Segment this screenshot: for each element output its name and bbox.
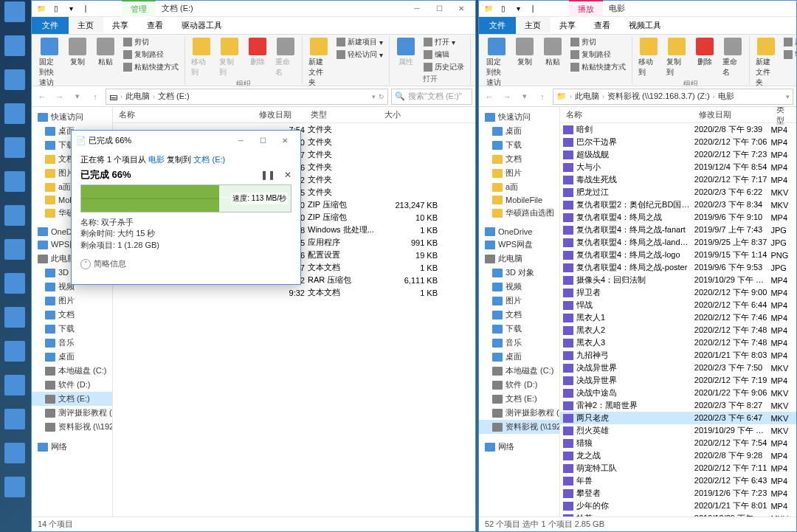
minimize-button[interactable]: ─	[230, 133, 252, 148]
tab-video-tools[interactable]: 视频工具	[620, 17, 671, 34]
file-row[interactable]: 复仇者联盟4：终局之战-poster2019/9/6 下午 9:53JPG	[560, 261, 796, 274]
close-button[interactable]: ✕	[274, 133, 296, 148]
paste-shortcut-button[interactable]: 粘贴快捷方式	[567, 61, 629, 73]
file-row[interactable]: 大与小2019/12/4 下午 8:54MP4	[560, 161, 796, 173]
col-name[interactable]: 名称	[113, 109, 253, 120]
desktop-icon[interactable]	[1, 137, 28, 170]
file-row[interactable]: 黑衣人12020/2/12 下午 7:46MP4	[560, 311, 796, 324]
file-row[interactable]: 决战异世界2020/2/12 下午 7:19MP4	[560, 374, 796, 387]
easy-access-button[interactable]: 轻松访问 ▾	[334, 49, 386, 61]
file-row[interactable]: 肥龙过江2020/2/3 下午 6:22MKV	[560, 186, 796, 198]
file-row[interactable]: 年兽2020/2/12 下午 6:43MP4	[560, 474, 796, 487]
desktop-icon[interactable]	[1, 273, 28, 305]
copy-button[interactable]: 复制	[511, 36, 538, 69]
qat-btn[interactable]: ▯	[497, 2, 510, 15]
nav-downloads2[interactable]: 下载	[479, 322, 559, 336]
tab-view[interactable]: 查看	[138, 17, 173, 34]
cancel-button[interactable]: ✕	[284, 170, 291, 180]
cut-button[interactable]: 剪切	[567, 36, 629, 48]
nav-quick-access[interactable]: 快速访问	[32, 110, 112, 124]
copy-dst-link[interactable]: 文档 (E:)	[193, 155, 225, 164]
recent-dropdown[interactable]: ▾	[70, 89, 85, 104]
copy-dialog-titlebar[interactable]: 📄 已完成 66% ─ ☐ ✕	[72, 131, 300, 150]
easy-access-button[interactable]: 轻松访问 ▾	[781, 49, 796, 61]
copy-button[interactable]: 复制	[64, 36, 91, 69]
pause-button[interactable]: ❚❚	[261, 170, 275, 180]
desktop-icon[interactable]	[1, 477, 28, 509]
col-name[interactable]: 名称	[560, 109, 693, 120]
back-button[interactable]: ←	[35, 89, 49, 104]
invert-selection-button[interactable]: 反向选择	[474, 61, 475, 73]
file-row[interactable]: 九招神弓2020/1/21 下午 8:03MP4	[560, 349, 796, 362]
nav-documents[interactable]: 文档	[479, 152, 559, 166]
desktop-icon[interactable]	[1, 171, 28, 204]
tab-home[interactable]: 主页	[69, 17, 103, 34]
col-type[interactable]: 类型	[305, 109, 379, 120]
nav-downloads[interactable]: 下载	[479, 138, 559, 152]
file-row[interactable]: 复仇者联盟4：终局之战-logo2019/9/15 下午 1:14PNG	[560, 249, 796, 261]
file-row[interactable]: 攀登者2019/12/6 下午 7:23MP4	[560, 487, 796, 500]
file-row[interactable]: 烈火英雄2019/10/29 下午 9:44MKV	[560, 424, 796, 437]
nav-photo-tutorial[interactable]: 测评摄影教程 (\\19	[479, 406, 559, 420]
nav-quick-access[interactable]: 快速访问	[479, 110, 559, 124]
desktop-icon[interactable]	[1, 103, 28, 136]
new-item-button[interactable]: 新建项目 ▾	[781, 36, 796, 48]
nav-network[interactable]: 网络	[479, 440, 559, 454]
delete-button[interactable]: 删除	[244, 36, 271, 69]
nav-network[interactable]: 网络	[32, 440, 112, 454]
forward-button[interactable]: →	[52, 89, 67, 104]
nav-photo-tutorial[interactable]: 测评摄影教程 (\\19	[32, 406, 112, 420]
tab-file[interactable]: 文件	[479, 17, 516, 34]
search-input[interactable]: 🔍搜索"文档 (E:)"	[391, 89, 472, 105]
file-row[interactable]: 巴尔干边界2020/2/12 下午 7:06MP4	[560, 136, 796, 148]
nav-downloads2[interactable]: 下载	[32, 322, 112, 336]
tab-view[interactable]: 查看	[585, 17, 620, 34]
new-item-button[interactable]: 新建项目 ▾	[334, 36, 386, 48]
desktop-icon[interactable]	[1, 239, 28, 272]
file-row[interactable]: 悍战2020/2/12 下午 6:44MP4	[560, 299, 796, 311]
nav-pictures[interactable]: 图片	[479, 166, 559, 180]
address-bar[interactable]: 📁› 此电脑› 资料影视 (\\192.168.3.7) (Z:)› 电影 ▾	[553, 89, 793, 105]
properties-button[interactable]: 属性	[393, 36, 419, 69]
nav-pictures2[interactable]: 图片	[32, 294, 112, 308]
nav-ddrive[interactable]: 软件 (D:)	[479, 378, 559, 392]
file-row[interactable]: 捍卫者2020/2/12 下午 9:00MP4	[560, 286, 796, 299]
pin-quick-access-button[interactable]: 固定到快速访问	[483, 36, 510, 86]
desktop-icon[interactable]	[1, 205, 28, 238]
desktop-icon[interactable]	[1, 341, 28, 373]
nav-mobilefile[interactable]: MobileFile	[479, 194, 559, 206]
moveto-button[interactable]: 移动到	[188, 36, 215, 79]
nav-cdrive[interactable]: 本地磁盘 (C:)	[479, 364, 559, 378]
file-row[interactable]: 萌宠特工队2020/2/12 下午 7:11MP4	[560, 462, 796, 474]
rename-button[interactable]: 重命名	[272, 36, 299, 79]
nav-ddrive[interactable]: 软件 (D:)	[32, 378, 112, 392]
file-row[interactable]: 决战中途岛2020/1/22 下午 9:06MKV	[560, 387, 796, 399]
paste-button[interactable]: 粘贴	[92, 36, 119, 69]
contextual-tab-manage[interactable]: 管理	[122, 0, 156, 17]
qat-btn[interactable]: ▯	[49, 2, 63, 15]
delete-button[interactable]: 删除	[691, 36, 718, 69]
copyto-button[interactable]: 复制到	[216, 36, 243, 79]
nav-thispc[interactable]: 此电脑	[479, 252, 559, 266]
file-row[interactable]: 复仇者联盟4：终局之战-fanart2019/9/7 上午 7:43JPG	[560, 224, 796, 236]
select-none-button[interactable]: 全部取消	[474, 49, 475, 61]
file-row[interactable]: 毒战生死线2020/2/12 下午 7:17MP4	[560, 173, 796, 186]
file-row[interactable]: 猎狼2020/2/12 下午 7:54MP4	[560, 437, 796, 449]
up-button[interactable]: ↑	[535, 89, 550, 104]
tab-drive-tools[interactable]: 驱动器工具	[173, 17, 232, 34]
file-row[interactable]: 复仇者联盟4：终局之战2019/9/6 下午 9:10MP4	[560, 211, 796, 224]
file-row[interactable]: 复仇者联盟2：奥创纪元BD国英双语双字...2020/2/3 下午 8:34MK…	[560, 198, 796, 211]
file-row[interactable]: 决战异世界2020/2/3 下午 7:50MKV	[560, 362, 796, 374]
file-row[interactable]: 超级战舰2020/2/12 下午 7:23MP4	[560, 148, 796, 161]
file-row[interactable]: 摄像头4：回归法制2019/10/29 下午 9:48MP4	[560, 274, 796, 286]
tab-home[interactable]: 主页	[516, 17, 551, 34]
file-row[interactable]: 黑衣人32020/2/12 下午 7:48MP4	[560, 336, 796, 349]
nav-huashuo[interactable]: 华硕路由选图	[479, 206, 559, 220]
select-all-button[interactable]: 全部选择	[474, 36, 475, 48]
nav-pictures2[interactable]: 图片	[479, 294, 559, 308]
forward-button[interactable]: →	[500, 89, 514, 104]
file-row[interactable]: 两只老虎2020/2/3 下午 6:47MKV	[560, 412, 796, 424]
copy-path-button[interactable]: 复制路径	[120, 49, 182, 61]
desktop-icon[interactable]	[1, 35, 28, 68]
nav-edrive[interactable]: 文档 (E:)	[32, 392, 112, 406]
